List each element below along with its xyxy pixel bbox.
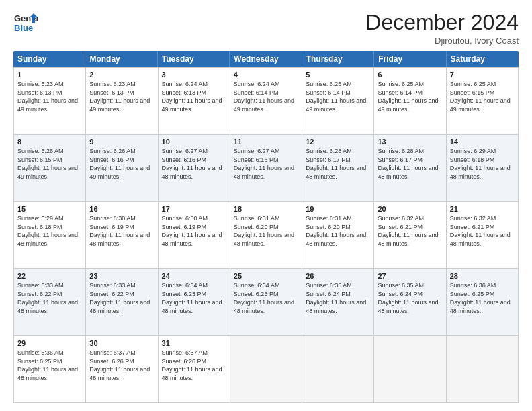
cal-cell: 13 Sunrise: 6:28 AMSunset: 6:17 PMDaylig… (374, 134, 446, 201)
day-number: 12 (306, 138, 370, 146)
cell-text: Sunrise: 6:37 AMSunset: 6:26 PMDaylight:… (162, 349, 222, 381)
day-number: 8 (17, 138, 82, 146)
cal-cell: 12 Sunrise: 6:28 AMSunset: 6:17 PMDaylig… (302, 134, 374, 201)
day-number: 1 (17, 71, 82, 79)
day-number: 7 (450, 71, 515, 79)
cal-cell: 24 Sunrise: 6:34 AMSunset: 6:23 PMDaylig… (159, 269, 230, 335)
cal-header-day: Sunday (13, 51, 85, 67)
cal-cell: 1 Sunrise: 6:23 AMSunset: 6:13 PMDayligh… (14, 67, 86, 134)
page: General Blue December 2024 Djiroutou, Iv… (0, 0, 532, 411)
cell-text: Sunrise: 6:32 AMSunset: 6:21 PMDaylight:… (450, 215, 511, 247)
day-number: 20 (378, 205, 442, 213)
day-number: 18 (234, 205, 298, 213)
cell-text: Sunrise: 6:30 AMSunset: 6:19 PMDaylight:… (89, 215, 150, 247)
cell-text: Sunrise: 6:35 AMSunset: 6:24 PMDaylight:… (378, 282, 438, 314)
cal-cell: 23 Sunrise: 6:33 AMSunset: 6:22 PMDaylig… (86, 269, 158, 335)
cell-text: Sunrise: 6:29 AMSunset: 6:18 PMDaylight:… (450, 148, 511, 180)
day-number: 26 (306, 272, 370, 280)
cell-text: Sunrise: 6:33 AMSunset: 6:22 PMDaylight:… (17, 282, 78, 314)
cal-cell: 28 Sunrise: 6:36 AMSunset: 6:25 PMDaylig… (447, 269, 519, 335)
cal-cell (374, 336, 446, 402)
cell-text: Sunrise: 6:34 AMSunset: 6:23 PMDaylight:… (162, 282, 222, 314)
cell-text: Sunrise: 6:27 AMSunset: 6:16 PMDaylight:… (234, 148, 294, 180)
cal-cell: 20 Sunrise: 6:32 AMSunset: 6:21 PMDaylig… (374, 201, 446, 268)
cal-header-day: Tuesday (158, 51, 230, 67)
cal-header-day: Thursday (302, 51, 374, 67)
cal-cell: 15 Sunrise: 6:29 AMSunset: 6:18 PMDaylig… (14, 201, 86, 268)
cal-cell: 18 Sunrise: 6:31 AMSunset: 6:20 PMDaylig… (230, 201, 302, 268)
cal-cell: 14 Sunrise: 6:29 AMSunset: 6:18 PMDaylig… (447, 134, 519, 201)
day-number: 10 (162, 138, 226, 146)
cal-header-day: Friday (374, 51, 446, 67)
cal-week: 22 Sunrise: 6:33 AMSunset: 6:22 PMDaylig… (13, 269, 519, 336)
month-title: December 2024 (365, 11, 519, 34)
cell-text: Sunrise: 6:31 AMSunset: 6:20 PMDaylight:… (234, 215, 294, 247)
cal-cell: 16 Sunrise: 6:30 AMSunset: 6:19 PMDaylig… (86, 201, 158, 268)
cal-cell: 6 Sunrise: 6:25 AMSunset: 6:14 PMDayligh… (374, 67, 446, 134)
cell-text: Sunrise: 6:25 AMSunset: 6:14 PMDaylight:… (378, 81, 438, 113)
cal-header-day: Wednesday (230, 51, 302, 67)
cal-cell: 10 Sunrise: 6:27 AMSunset: 6:16 PMDaylig… (159, 134, 230, 201)
cell-text: Sunrise: 6:37 AMSunset: 6:26 PMDaylight:… (89, 349, 150, 381)
day-number: 11 (234, 138, 298, 146)
day-number: 15 (17, 205, 82, 213)
cal-cell: 30 Sunrise: 6:37 AMSunset: 6:26 PMDaylig… (86, 336, 158, 402)
day-number: 13 (378, 138, 442, 146)
cal-cell: 29 Sunrise: 6:36 AMSunset: 6:25 PMDaylig… (14, 336, 86, 402)
cell-text: Sunrise: 6:30 AMSunset: 6:19 PMDaylight:… (162, 215, 222, 247)
day-number: 17 (162, 205, 226, 213)
cell-text: Sunrise: 6:31 AMSunset: 6:20 PMDaylight:… (306, 215, 366, 247)
cal-header-day: Saturday (447, 51, 519, 67)
cell-text: Sunrise: 6:28 AMSunset: 6:17 PMDaylight:… (378, 148, 438, 180)
cell-text: Sunrise: 6:24 AMSunset: 6:14 PMDaylight:… (234, 81, 294, 113)
cell-text: Sunrise: 6:25 AMSunset: 6:14 PMDaylight:… (306, 81, 366, 113)
cal-cell: 21 Sunrise: 6:32 AMSunset: 6:21 PMDaylig… (447, 201, 519, 268)
day-number: 30 (89, 339, 154, 347)
cal-cell: 11 Sunrise: 6:27 AMSunset: 6:16 PMDaylig… (230, 134, 302, 201)
day-number: 3 (162, 71, 226, 79)
calendar: SundayMondayTuesdayWednesdayThursdayFrid… (13, 51, 519, 403)
cal-cell: 3 Sunrise: 6:24 AMSunset: 6:13 PMDayligh… (159, 67, 230, 134)
day-number: 2 (89, 71, 154, 79)
day-number: 14 (450, 138, 515, 146)
cal-cell: 7 Sunrise: 6:25 AMSunset: 6:15 PMDayligh… (447, 67, 519, 134)
cal-cell: 17 Sunrise: 6:30 AMSunset: 6:19 PMDaylig… (159, 201, 230, 268)
cal-cell: 27 Sunrise: 6:35 AMSunset: 6:24 PMDaylig… (374, 269, 446, 335)
location: Djiroutou, Ivory Coast (365, 36, 519, 46)
cal-cell: 5 Sunrise: 6:25 AMSunset: 6:14 PMDayligh… (302, 67, 374, 134)
cell-text: Sunrise: 6:36 AMSunset: 6:25 PMDaylight:… (450, 282, 511, 314)
calendar-header: SundayMondayTuesdayWednesdayThursdayFrid… (13, 51, 519, 67)
cell-text: Sunrise: 6:32 AMSunset: 6:21 PMDaylight:… (378, 215, 438, 247)
cell-text: Sunrise: 6:26 AMSunset: 6:16 PMDaylight:… (89, 148, 150, 180)
day-number: 27 (378, 272, 442, 280)
cell-text: Sunrise: 6:26 AMSunset: 6:15 PMDaylight:… (17, 148, 78, 180)
cell-text: Sunrise: 6:27 AMSunset: 6:16 PMDaylight:… (162, 148, 222, 180)
cell-text: Sunrise: 6:34 AMSunset: 6:23 PMDaylight:… (234, 282, 294, 314)
cal-cell: 4 Sunrise: 6:24 AMSunset: 6:14 PMDayligh… (230, 67, 302, 134)
cal-header-day: Monday (85, 51, 157, 67)
cal-week: 8 Sunrise: 6:26 AMSunset: 6:15 PMDayligh… (13, 134, 519, 201)
day-number: 6 (378, 71, 442, 79)
cell-text: Sunrise: 6:35 AMSunset: 6:24 PMDaylight:… (306, 282, 366, 314)
cal-cell (302, 336, 374, 402)
cal-week: 29 Sunrise: 6:36 AMSunset: 6:25 PMDaylig… (13, 336, 519, 403)
cal-cell: 19 Sunrise: 6:31 AMSunset: 6:20 PMDaylig… (302, 201, 374, 268)
day-number: 9 (89, 138, 154, 146)
day-number: 5 (306, 71, 370, 79)
cell-text: Sunrise: 6:23 AMSunset: 6:13 PMDaylight:… (17, 81, 78, 113)
cell-text: Sunrise: 6:33 AMSunset: 6:22 PMDaylight:… (89, 282, 150, 314)
day-number: 23 (89, 272, 154, 280)
cal-cell: 2 Sunrise: 6:23 AMSunset: 6:13 PMDayligh… (86, 67, 158, 134)
cal-week: 15 Sunrise: 6:29 AMSunset: 6:18 PMDaylig… (13, 201, 519, 269)
cal-cell: 25 Sunrise: 6:34 AMSunset: 6:23 PMDaylig… (230, 269, 302, 335)
day-number: 24 (162, 272, 226, 280)
cal-cell: 26 Sunrise: 6:35 AMSunset: 6:24 PMDaylig… (302, 269, 374, 335)
cal-cell (447, 336, 519, 402)
cal-week: 1 Sunrise: 6:23 AMSunset: 6:13 PMDayligh… (13, 67, 519, 134)
day-number: 25 (234, 272, 298, 280)
cal-cell: 9 Sunrise: 6:26 AMSunset: 6:16 PMDayligh… (86, 134, 158, 201)
cal-cell: 31 Sunrise: 6:37 AMSunset: 6:26 PMDaylig… (159, 336, 230, 402)
cal-cell (230, 336, 302, 402)
day-number: 31 (162, 339, 226, 347)
cell-text: Sunrise: 6:23 AMSunset: 6:13 PMDaylight:… (89, 81, 150, 113)
